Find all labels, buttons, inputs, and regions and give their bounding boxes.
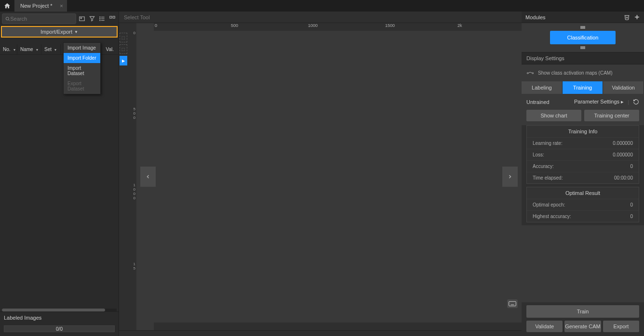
svg-rect-2 [80, 17, 85, 21]
train-button[interactable]: Train [526, 305, 639, 318]
training-status: Untrained [526, 99, 550, 105]
optimal-epoch-value: 0 [630, 202, 633, 207]
svg-point-0 [6, 17, 9, 20]
parameter-settings-link[interactable]: Parameter Settings ▸ [574, 99, 624, 105]
close-icon[interactable]: × [60, 3, 63, 9]
reset-button[interactable] [633, 99, 639, 105]
search-input[interactable] [10, 16, 73, 22]
menu-export-dataset: Export Dataset [64, 78, 100, 94]
search-input-container[interactable] [2, 13, 76, 24]
import-export-menu: Import Image Import Folder Import Datase… [63, 42, 101, 94]
chevron-right-icon [507, 172, 513, 181]
training-info-header: Training Info [527, 126, 639, 138]
vertical-ruler: 0 500 1000 15 [128, 31, 136, 323]
image-tool-icon[interactable] [78, 14, 86, 23]
settings-icon[interactable] [108, 14, 117, 23]
menu-import-folder[interactable]: Import Folder [64, 53, 100, 63]
optimal-result-panel: Optimal Result Optimal epoch:0 Highest a… [526, 187, 639, 222]
reset-icon [633, 99, 639, 105]
vtool-3-active[interactable]: ▶ [120, 56, 127, 65]
canvas-viewport[interactable] [136, 31, 522, 323]
menu-import-image[interactable]: Import Image [64, 43, 100, 53]
delete-module-button[interactable] [624, 14, 630, 20]
svg-line-1 [8, 19, 10, 21]
select-tool-label: Select Tool [124, 14, 150, 20]
list-icon[interactable] [98, 14, 107, 23]
column-no[interactable]: No. [0, 44, 17, 54]
filter-icon[interactable] [88, 14, 96, 23]
vtool-2[interactable]: ⬚ [120, 44, 127, 54]
optimal-result-header: Optimal Result [527, 187, 639, 199]
learning-rate-value: 0.000000 [613, 141, 633, 146]
prev-image-button[interactable] [140, 167, 156, 187]
chevron-down-icon: ▼ [74, 30, 78, 34]
svg-point-9 [100, 20, 100, 21]
import-export-label: Import/Export [40, 29, 72, 35]
horizontal-ruler: 0 500 1000 1500 2k 25 [154, 23, 522, 31]
display-settings-header: Display Settings [522, 52, 644, 65]
cam-label: Show class activation maps (CAM) [538, 70, 613, 76]
home-button[interactable] [0, 0, 14, 12]
svg-rect-11 [113, 16, 115, 18]
module-connector-bottom [580, 46, 585, 49]
tab-validation[interactable]: Validation [603, 81, 644, 94]
project-tab[interactable]: New Project * × [14, 0, 67, 12]
next-image-button[interactable] [502, 167, 518, 187]
chevron-right-icon: ▸ [621, 99, 624, 104]
plus-icon [634, 14, 640, 20]
labeled-images-header: Labeled Images [0, 311, 119, 323]
svg-rect-10 [110, 16, 112, 18]
time-elapsed-value: 00:00:00 [614, 175, 633, 181]
menu-import-dataset[interactable]: Import Dataset [64, 63, 100, 78]
labeled-progress: 0/0 [4, 325, 115, 332]
modules-title: Modules [525, 14, 546, 20]
trash-icon [624, 14, 630, 20]
add-module-button[interactable] [634, 14, 640, 20]
generate-cam-button[interactable]: Generate CAM [564, 321, 601, 332]
keyboard-shortcut-button[interactable] [507, 299, 518, 308]
svg-point-3 [80, 18, 81, 19]
training-info-panel: Training Info Learning rate:0.000000 Los… [526, 125, 639, 184]
svg-point-21 [532, 72, 534, 74]
import-export-button[interactable]: Import/Export ▼ [1, 26, 118, 38]
keyboard-icon [509, 301, 516, 307]
export-button[interactable]: Export [603, 321, 639, 332]
validate-button[interactable]: Validate [526, 321, 563, 332]
bottom-ruler [154, 323, 522, 330]
image-table-body [0, 55, 119, 309]
column-name[interactable]: Name [17, 44, 41, 54]
accuracy-value: 0 [630, 164, 633, 169]
cam-toggle-icon[interactable] [526, 71, 534, 76]
vtool-1[interactable]: ⬚ [120, 33, 127, 42]
module-classification[interactable]: Classification [550, 31, 616, 44]
column-set[interactable]: Set [41, 44, 61, 54]
svg-point-8 [100, 18, 100, 19]
svg-point-20 [527, 72, 528, 74]
highest-accuracy-value: 0 [630, 214, 633, 219]
canvas-bottom-bar [119, 330, 522, 336]
canvas-toolbar: Select Tool [119, 12, 522, 23]
svg-point-7 [100, 17, 100, 17]
vertical-tool-column: ⬚ ⬚ ▶ [119, 31, 128, 323]
tab-training[interactable]: Training [563, 81, 604, 94]
search-icon [5, 16, 10, 22]
module-connector-top [580, 26, 585, 29]
project-tab-label: New Project * [20, 3, 53, 9]
svg-rect-12 [509, 301, 516, 306]
chevron-left-icon [145, 172, 151, 181]
show-chart-button[interactable]: Show chart [526, 110, 581, 121]
home-icon [4, 2, 11, 9]
training-center-button[interactable]: Training center [584, 110, 639, 121]
loss-value: 0.000000 [613, 152, 633, 157]
tab-labeling[interactable]: Labeling [522, 81, 563, 94]
